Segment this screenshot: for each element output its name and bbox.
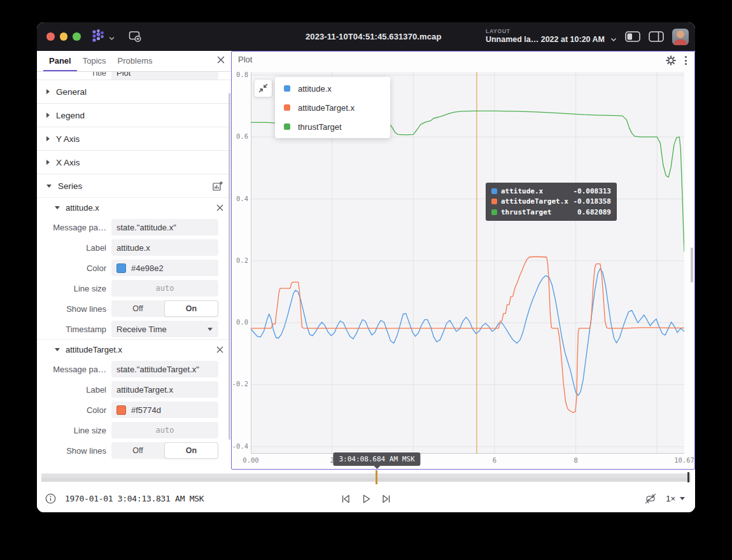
line-size-input[interactable]: auto xyxy=(111,422,218,438)
remove-series-button[interactable] xyxy=(216,204,223,211)
message-path-input[interactable]: state."attitudeTarget.x" xyxy=(111,361,218,377)
close-sidebar-button[interactable] xyxy=(217,56,225,64)
section-legend[interactable]: Legend xyxy=(37,103,231,127)
panel-menu-button[interactable] xyxy=(684,55,688,66)
current-timestamp: 1970-01-01 3:04:13.831 AM MSK xyxy=(65,494,204,503)
series-name: attitude.x xyxy=(66,203,99,213)
loop-playback-toggle[interactable] xyxy=(644,493,657,504)
play-button[interactable] xyxy=(360,494,372,504)
timestamp-label: Timestamp xyxy=(37,325,111,334)
section-general[interactable]: General xyxy=(37,80,231,103)
show-lines-on-button[interactable]: On xyxy=(164,442,218,459)
right-sidebar-icon xyxy=(649,31,664,42)
playback-bar: 1970-01-01 3:04:13.831 AM MSK xyxy=(37,485,695,512)
legend-item-thrust-target[interactable]: thrustTarget xyxy=(275,117,390,136)
section-x-axis[interactable]: X Axis xyxy=(37,150,231,174)
foxglove-logo-icon xyxy=(90,29,106,45)
timestamp-select[interactable]: Receive Time xyxy=(111,321,218,337)
remove-series-button[interactable] xyxy=(216,346,223,353)
add-panel-button[interactable] xyxy=(129,31,143,43)
message-path-label: Message pa… xyxy=(37,223,111,232)
zoom-window-button[interactable] xyxy=(73,32,81,41)
caret-down-icon xyxy=(46,185,52,188)
tab-topics[interactable]: Topics xyxy=(77,51,112,71)
label-input[interactable]: attitude.x xyxy=(111,239,218,256)
series-color-swatch xyxy=(284,85,290,92)
color-hex: #f5774d xyxy=(131,405,161,415)
label-input[interactable]: attitudeTarget.x xyxy=(111,381,218,398)
line-size-label: Line size xyxy=(37,284,111,293)
series-color-swatch xyxy=(491,188,497,194)
color-hex: #4e98e2 xyxy=(131,263,164,273)
legend-label: attitude.x xyxy=(298,84,332,94)
y-tick-label: 0.2 xyxy=(232,256,248,264)
right-sidebar-toggle-button[interactable] xyxy=(649,31,664,42)
caret-right-icon xyxy=(46,160,50,165)
data-source-info-button[interactable] xyxy=(45,493,57,505)
add-panel-icon xyxy=(129,31,143,43)
series-color-swatch xyxy=(284,123,290,130)
series-editor-attitude-target-x: attitudeTarget.x Message pa… state."atti… xyxy=(37,339,231,461)
y-tick-label: -0.2 xyxy=(232,380,248,388)
sidebar-tabs: Panel Topics Problems xyxy=(37,51,231,72)
show-lines-off-button[interactable]: Off xyxy=(111,300,164,317)
line-size-input[interactable]: auto xyxy=(111,280,218,297)
section-series[interactable]: Series xyxy=(37,174,231,197)
layout-menu-button[interactable]: LAYOUT Unnamed la… 2022 at 10:20 AM xyxy=(486,28,605,45)
window-controls xyxy=(37,32,81,41)
panel-settings-button[interactable] xyxy=(666,55,676,66)
legend-item-attitude-target-x[interactable]: attitudeTarget.x xyxy=(275,98,390,117)
info-icon xyxy=(45,493,57,505)
x-tick-label: 10.67 xyxy=(674,456,694,464)
show-lines-off-button[interactable]: Off xyxy=(111,442,164,459)
tab-problems[interactable]: Problems xyxy=(112,51,158,71)
label-label: Label xyxy=(37,243,111,253)
message-path-input[interactable]: state."attitude.x" xyxy=(111,219,218,235)
collapse-icon xyxy=(258,83,268,93)
add-series-icon xyxy=(212,181,223,192)
sidebar-scrollbar[interactable] xyxy=(229,93,230,440)
color-input[interactable]: #4e98e2 xyxy=(111,260,218,276)
chevron-down-icon xyxy=(208,328,213,331)
section-y-axis[interactable]: Y Axis xyxy=(37,127,231,150)
color-input[interactable]: #f5774d xyxy=(111,402,218,418)
user-avatar[interactable] xyxy=(672,29,689,45)
y-tick-label: 0.8 xyxy=(232,71,248,78)
legend-collapse-button[interactable] xyxy=(254,79,272,97)
color-label: Color xyxy=(37,263,111,273)
minimize-window-button[interactable] xyxy=(60,32,68,41)
left-sidebar-toggle-button[interactable] xyxy=(625,31,640,42)
playback-speed-select[interactable]: 1× xyxy=(666,494,685,503)
scrolled-title-row: Title Plot xyxy=(37,72,231,80)
tab-panel[interactable]: Panel xyxy=(43,51,77,71)
skip-forward-icon xyxy=(381,494,392,504)
plot-panel[interactable]: Plot xyxy=(231,51,695,470)
y-tick-label: 0.0 xyxy=(232,318,248,326)
plot-scrollbar[interactable] xyxy=(691,248,693,283)
legend-item-attitude-x[interactable]: attitude.x xyxy=(275,79,390,98)
series-header[interactable]: attitudeTarget.x xyxy=(37,340,231,359)
add-series-button[interactable] xyxy=(212,181,223,192)
close-icon xyxy=(216,346,223,353)
show-lines-on-button[interactable]: On xyxy=(164,300,218,317)
message-path-label: Message pa… xyxy=(37,365,111,374)
timeline-track[interactable] xyxy=(41,473,691,482)
tooltip-series-label: thrustTarget xyxy=(501,208,574,216)
layout-chevron-down-icon[interactable] xyxy=(610,33,617,45)
series-header[interactable]: attitude.x xyxy=(37,198,231,217)
timeline-hover-time: 3:04:08.684 AM MSK xyxy=(333,452,420,466)
title-field-input[interactable]: Plot xyxy=(111,72,218,80)
playhead-marker[interactable] xyxy=(376,470,377,484)
tooltip-row: attitudeTarget.x -0.018358 xyxy=(491,197,611,207)
app-window: 2023-11-10T04:51:45.631370.mcap LAYOUT U… xyxy=(37,22,695,512)
app-menu-button[interactable] xyxy=(90,29,115,45)
caret-down-icon xyxy=(55,206,60,209)
show-lines-toggle: Off On xyxy=(111,442,218,459)
seek-start-button[interactable] xyxy=(340,494,351,504)
title-field-label: Title xyxy=(37,72,111,78)
color-swatch[interactable] xyxy=(116,263,126,273)
seek-end-button[interactable] xyxy=(381,494,392,504)
close-window-button[interactable] xyxy=(46,32,55,41)
panel-title: Plot xyxy=(238,55,252,64)
color-swatch[interactable] xyxy=(116,405,126,415)
